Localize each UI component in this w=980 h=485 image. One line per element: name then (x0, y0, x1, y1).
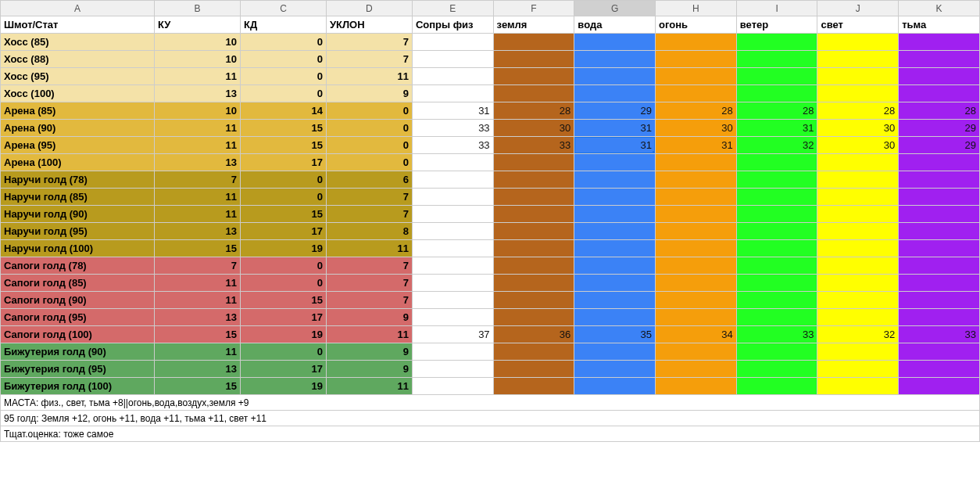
cell-K[interactable] (899, 343, 980, 361)
cell-B[interactable]: 7 (155, 171, 241, 189)
cell-I[interactable] (736, 257, 817, 275)
cell-G[interactable] (574, 361, 656, 378)
col-header-F[interactable]: F (493, 1, 574, 16)
cell-G[interactable] (574, 171, 656, 189)
cell-K[interactable] (899, 378, 980, 395)
cell-B[interactable]: 15 (155, 326, 241, 343)
cell-A[interactable]: Бижутерия голд (95) (1, 361, 155, 378)
cell-H[interactable] (656, 378, 737, 395)
cell-A[interactable]: Хосс (88) (1, 51, 155, 68)
cell-D[interactable]: 7 (326, 257, 412, 275)
note-cell[interactable]: 95 голд: Земля +12, огонь +11, вода +11,… (1, 411, 980, 426)
cell-K[interactable]: 33 (899, 326, 980, 343)
cell-F[interactable]: 33 (493, 137, 574, 154)
cell-J[interactable] (817, 257, 899, 275)
cell-D[interactable]: 7 (326, 292, 412, 309)
col-header-C[interactable]: C (241, 1, 327, 16)
cell-J[interactable] (817, 275, 899, 292)
cell-C[interactable]: 17 (241, 309, 327, 326)
cell-E[interactable] (412, 292, 493, 309)
cell-C[interactable]: 0 (241, 51, 327, 68)
cell-H[interactable] (656, 189, 737, 206)
cell-K[interactable] (899, 275, 980, 292)
header-water[interactable]: вода (574, 16, 656, 34)
col-header-B[interactable]: B (155, 1, 241, 16)
cell-I[interactable] (736, 240, 817, 257)
cell-C[interactable]: 15 (241, 206, 327, 223)
header-fire[interactable]: огонь (656, 16, 737, 34)
cell-C[interactable]: 0 (241, 34, 327, 51)
cell-I[interactable] (736, 34, 817, 51)
cell-D[interactable]: 8 (326, 223, 412, 240)
cell-C[interactable]: 17 (241, 154, 327, 171)
cell-G[interactable] (574, 68, 656, 85)
cell-C[interactable]: 0 (241, 171, 327, 189)
cell-B[interactable]: 10 (155, 51, 241, 68)
cell-H[interactable] (656, 154, 737, 171)
cell-B[interactable]: 15 (155, 378, 241, 395)
cell-I[interactable]: 28 (736, 102, 817, 120)
col-header-I[interactable]: I (736, 1, 817, 16)
cell-F[interactable] (493, 240, 574, 257)
cell-G[interactable] (574, 292, 656, 309)
cell-J[interactable] (817, 85, 899, 102)
cell-J[interactable] (817, 361, 899, 378)
cell-J[interactable] (817, 206, 899, 223)
cell-I[interactable] (736, 361, 817, 378)
cell-B[interactable]: 13 (155, 309, 241, 326)
cell-C[interactable]: 15 (241, 292, 327, 309)
cell-G[interactable]: 29 (574, 102, 656, 120)
cell-K[interactable] (899, 171, 980, 189)
cell-G[interactable]: 31 (574, 120, 656, 137)
cell-K[interactable] (899, 361, 980, 378)
cell-F[interactable] (493, 361, 574, 378)
col-header-J[interactable]: J (817, 1, 899, 16)
cell-E[interactable] (412, 309, 493, 326)
cell-I[interactable] (736, 85, 817, 102)
cell-G[interactable] (574, 51, 656, 68)
note-cell[interactable]: Тщат.оценка: тоже самое (1, 426, 980, 442)
cell-D[interactable]: 7 (326, 51, 412, 68)
cell-D[interactable]: 9 (326, 361, 412, 378)
cell-C[interactable]: 15 (241, 137, 327, 154)
col-header-D[interactable]: D (326, 1, 412, 16)
cell-F[interactable] (493, 85, 574, 102)
cell-K[interactable] (899, 34, 980, 51)
cell-F[interactable] (493, 343, 574, 361)
cell-F[interactable]: 36 (493, 326, 574, 343)
cell-H[interactable]: 31 (656, 137, 737, 154)
cell-I[interactable] (736, 68, 817, 85)
cell-H[interactable] (656, 223, 737, 240)
cell-B[interactable]: 7 (155, 257, 241, 275)
cell-E[interactable] (412, 343, 493, 361)
cell-B[interactable]: 10 (155, 102, 241, 120)
cell-E[interactable] (412, 275, 493, 292)
cell-F[interactable] (493, 154, 574, 171)
cell-E[interactable] (412, 257, 493, 275)
cell-A[interactable]: Бижутерия голд (90) (1, 343, 155, 361)
cell-D[interactable]: 9 (326, 309, 412, 326)
cell-D[interactable]: 7 (326, 34, 412, 51)
cell-H[interactable] (656, 292, 737, 309)
cell-H[interactable] (656, 309, 737, 326)
cell-I[interactable] (736, 154, 817, 171)
cell-C[interactable]: 19 (241, 378, 327, 395)
cell-H[interactable]: 34 (656, 326, 737, 343)
cell-K[interactable] (899, 51, 980, 68)
cell-G[interactable] (574, 85, 656, 102)
cell-H[interactable] (656, 34, 737, 51)
cell-D[interactable]: 11 (326, 326, 412, 343)
cell-A[interactable]: Хосс (95) (1, 68, 155, 85)
col-header-H[interactable]: H (656, 1, 737, 16)
cell-G[interactable] (574, 343, 656, 361)
cell-B[interactable]: 11 (155, 189, 241, 206)
cell-E[interactable]: 37 (412, 326, 493, 343)
cell-E[interactable] (412, 206, 493, 223)
cell-E[interactable] (412, 85, 493, 102)
cell-A[interactable]: Наручи голд (85) (1, 189, 155, 206)
cell-J[interactable] (817, 189, 899, 206)
cell-C[interactable]: 0 (241, 85, 327, 102)
cell-C[interactable]: 0 (241, 343, 327, 361)
cell-B[interactable]: 11 (155, 137, 241, 154)
cell-D[interactable]: 7 (326, 189, 412, 206)
